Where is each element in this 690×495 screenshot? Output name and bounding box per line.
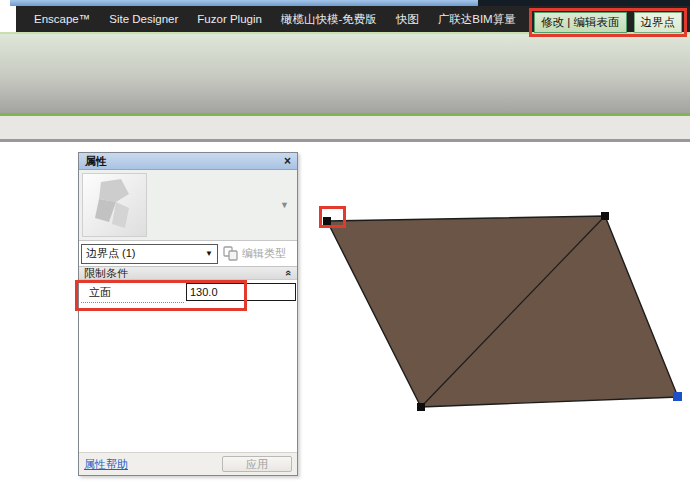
tab-modify-edit-surface[interactable]: 修改 | 编辑表面 xyxy=(534,12,626,33)
options-bar xyxy=(0,116,690,139)
vertex-handle-bottom-right-selected[interactable] xyxy=(673,392,682,401)
tab-olivehill-quickmodel[interactable]: 橄榄山快模-免费版 xyxy=(281,12,377,27)
type-selector-dropdown[interactable]: 边界点 (1) ▼ xyxy=(81,244,218,264)
properties-panel-title: 属性 xyxy=(85,154,107,169)
type-selector-value: 边界点 (1) xyxy=(86,246,136,261)
section-header-constraints: 限制条件 « xyxy=(79,266,297,280)
application-window: Enscape™ Site Designer Fuzor Plugin 橄榄山快… xyxy=(0,0,690,495)
tab-enscape[interactable]: Enscape™ xyxy=(34,13,90,25)
type-preview-image xyxy=(82,173,147,237)
mass-thumbnail-icon xyxy=(83,174,146,236)
edit-type-icon xyxy=(223,246,238,261)
edit-type-label: 编辑类型 xyxy=(242,246,286,261)
elevation-input[interactable] xyxy=(186,283,296,301)
vertex-handle-top-right[interactable] xyxy=(601,212,609,220)
tab-glodon-bim[interactable]: 广联达BIM算量 xyxy=(438,12,516,27)
properties-help-link[interactable]: 属性帮助 xyxy=(84,457,128,472)
tab-boundary-point[interactable]: 边界点 xyxy=(634,12,683,33)
parameter-row-elevation: 立面 xyxy=(79,280,297,304)
edit-type-button[interactable]: 编辑类型 xyxy=(223,246,286,261)
tab-kuaitu[interactable]: 快图 xyxy=(396,12,419,27)
properties-panel: 属性 × ▼ 边界点 (1) ▼ 编 xyxy=(78,152,298,476)
dropdown-arrow-icon: ▼ xyxy=(205,249,213,258)
preview-dropdown-icon[interactable]: ▼ xyxy=(280,200,289,210)
surface-shape[interactable] xyxy=(300,190,690,420)
tab-site-designer[interactable]: Site Designer xyxy=(109,13,178,25)
ribbon-panel-area xyxy=(0,34,690,113)
collapse-section-icon[interactable]: « xyxy=(283,270,295,276)
annotation-box-tabs: 修改 | 编辑表面 边界点 xyxy=(529,8,687,37)
properties-empty-area xyxy=(79,304,297,452)
elevation-label: 立面 xyxy=(89,285,111,300)
type-selector-row: 边界点 (1) ▼ 编辑类型 xyxy=(79,241,297,266)
section-header-label: 限制条件 xyxy=(84,266,128,281)
apply-button[interactable]: 应用 xyxy=(222,456,292,472)
row-separator xyxy=(81,302,184,303)
vertex-handle-bottom-left[interactable] xyxy=(417,403,425,411)
surface-face[interactable] xyxy=(327,216,678,407)
properties-footer: 属性帮助 应用 xyxy=(79,452,297,475)
vertex-handle-top-left[interactable] xyxy=(323,217,331,225)
ribbon-tab-bar: Enscape™ Site Designer Fuzor Plugin 橄榄山快… xyxy=(16,6,690,32)
close-icon[interactable]: × xyxy=(284,155,291,167)
type-preview-row: ▼ xyxy=(79,170,297,241)
properties-panel-titlebar[interactable]: 属性 × xyxy=(79,153,297,170)
tab-fuzor-plugin[interactable]: Fuzor Plugin xyxy=(197,13,262,25)
